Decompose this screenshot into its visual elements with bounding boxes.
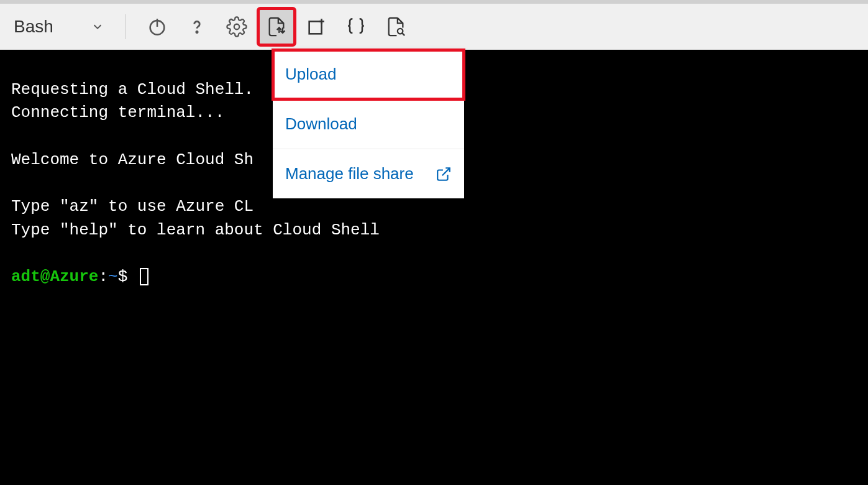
file-transfer-icon bbox=[266, 16, 287, 37]
restart-button[interactable] bbox=[140, 9, 175, 44]
download-label: Download bbox=[285, 114, 357, 134]
svg-rect-4 bbox=[309, 22, 321, 34]
manage-file-share-menu-item[interactable]: Manage file share bbox=[273, 149, 464, 198]
svg-point-2 bbox=[196, 31, 198, 32]
manage-file-share-label: Manage file share bbox=[285, 164, 414, 183]
web-preview-button[interactable] bbox=[378, 9, 413, 44]
prompt-path: ~ bbox=[108, 267, 118, 286]
settings-button[interactable] bbox=[219, 9, 254, 44]
upload-menu-item[interactable]: Upload bbox=[273, 50, 464, 99]
file-search-icon bbox=[385, 16, 406, 37]
upload-label: Upload bbox=[285, 65, 336, 84]
cloud-shell-toolbar: Bash bbox=[0, 0, 868, 50]
upload-download-button[interactable] bbox=[259, 9, 294, 44]
download-menu-item[interactable]: Download bbox=[273, 99, 464, 149]
toolbar-divider bbox=[126, 14, 126, 39]
file-transfer-dropdown: Upload Download Manage file share bbox=[273, 50, 464, 198]
terminal-line: Connecting terminal... bbox=[11, 103, 224, 122]
prompt-separator: : bbox=[98, 267, 108, 286]
new-session-button[interactable] bbox=[299, 9, 334, 44]
svg-point-7 bbox=[398, 29, 403, 34]
braces-icon bbox=[345, 16, 367, 37]
prompt-user-host: adt@Azure bbox=[11, 267, 98, 286]
prompt-symbol: $ bbox=[118, 267, 128, 286]
shell-selector-label: Bash bbox=[14, 17, 53, 37]
svg-line-9 bbox=[442, 168, 450, 175]
svg-point-3 bbox=[234, 24, 240, 30]
editor-button[interactable] bbox=[339, 9, 373, 44]
terminal-cursor bbox=[140, 268, 148, 285]
terminal-line: Type "help" to learn about Cloud Shell bbox=[11, 221, 380, 239]
terminal-line: Type "az" to use Azure CL bbox=[11, 197, 254, 216]
help-icon bbox=[186, 16, 208, 37]
new-session-icon bbox=[306, 16, 327, 37]
svg-line-8 bbox=[402, 34, 404, 36]
power-icon bbox=[147, 16, 168, 37]
help-button[interactable] bbox=[180, 9, 214, 44]
external-link-icon bbox=[436, 166, 452, 182]
gear-icon bbox=[226, 16, 247, 37]
shell-selector[interactable]: Bash bbox=[11, 14, 112, 39]
terminal-line: Requesting a Cloud Shell. bbox=[11, 80, 254, 99]
chevron-down-icon bbox=[91, 20, 104, 34]
terminal-line: Welcome to Azure Cloud Sh bbox=[11, 150, 254, 169]
